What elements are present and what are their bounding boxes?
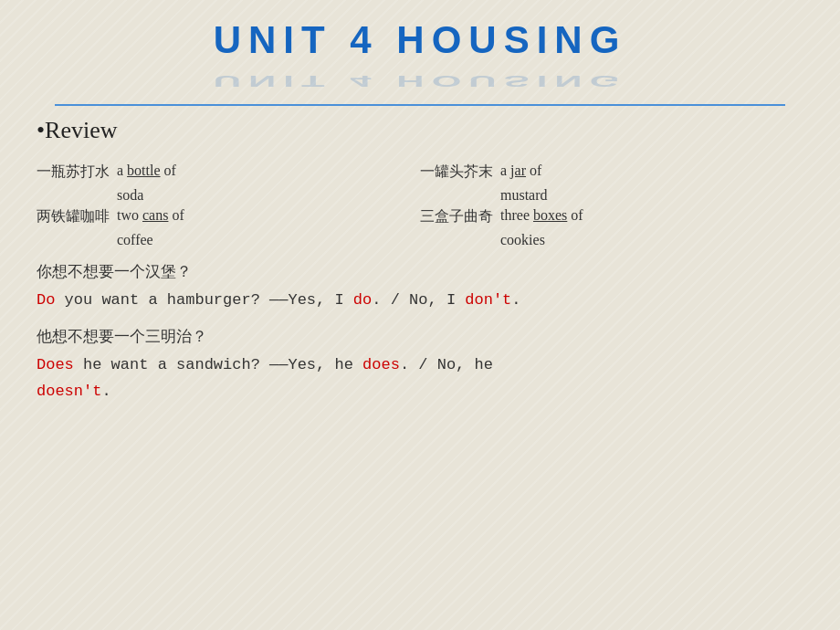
vocab-item-jar: 一罐头芥末 a jar of (420, 163, 803, 182)
answer2-text1: he want a sandwich? ——Yes, he (74, 356, 362, 373)
chinese-coffee: 两铁罐咖啡 (37, 207, 117, 226)
vocab-columns: 一瓶苏打水 a bottle of soda 两铁罐咖啡 two cans of… (37, 163, 803, 252)
soda-continuation: soda (37, 187, 420, 204)
answer1-text2: . / No, I (372, 291, 465, 309)
vocab-item-boxes: 三盒子曲奇 three boxes of (420, 207, 803, 226)
question2-chinese: 他想不想要一个三明治？ (37, 326, 803, 347)
doesnt-red: doesn't (37, 383, 101, 400)
vocab-item-cans: 两铁罐咖啡 two cans of (37, 207, 420, 226)
do-red: Do (37, 291, 55, 309)
underline-boxes: boxes (533, 207, 567, 223)
chinese-mustard: 一罐头芥末 (420, 163, 500, 182)
does2-red: does (362, 356, 400, 373)
chinese-cookies: 三盒子曲奇 (420, 207, 500, 226)
vocab-col-left: 一瓶苏打水 a bottle of soda 两铁罐咖啡 two cans of… (37, 163, 420, 252)
vocab-item-bottle: 一瓶苏打水 a bottle of (37, 163, 420, 182)
title-area: UNIT 4 HOUSING UNIT 4 HOUSING (37, 18, 803, 97)
answer1-text1: you want a hamburger? ——Yes, I (55, 291, 352, 309)
mustard-continuation: mustard (420, 187, 803, 204)
question1-chinese: 你想不想要一个汉堡？ (37, 261, 803, 282)
english-bottle: a bottle of (117, 163, 176, 179)
underline-bottle: bottle (127, 163, 160, 178)
dont-red: don't (465, 291, 511, 309)
cookies-continuation: cookies (420, 232, 803, 248)
english-jar: a jar of (500, 163, 541, 179)
answer2-text2: . / No, he (400, 356, 493, 373)
underline-cans: cans (142, 207, 168, 223)
english-cans: two cans of (117, 207, 184, 224)
title-text: UNIT 4 HOUSING (214, 18, 627, 61)
answer2-text3: . (101, 383, 110, 400)
do2-red: do (353, 291, 372, 309)
vocab-col-right: 一罐头芥末 a jar of mustard 三盒子曲奇 three boxes… (420, 163, 803, 252)
coffee-continuation: coffee (37, 232, 420, 248)
slide-container: UNIT 4 HOUSING UNIT 4 HOUSING •Review 一瓶… (0, 0, 840, 630)
answer1-text3: . (511, 291, 520, 309)
review-header: •Review (37, 117, 803, 144)
underline-jar: jar (510, 163, 526, 178)
answer2: Does he want a sandwich? ——Yes, he does.… (37, 352, 803, 405)
does-red: Does (37, 356, 74, 373)
title-underline (55, 104, 785, 106)
chinese-soda: 一瓶苏打水 (37, 163, 117, 182)
title-reflection: UNIT 4 HOUSING (37, 75, 803, 87)
answer1: Do you want a hamburger? ——Yes, I do. / … (37, 288, 803, 314)
english-boxes: three boxes of (500, 207, 583, 224)
